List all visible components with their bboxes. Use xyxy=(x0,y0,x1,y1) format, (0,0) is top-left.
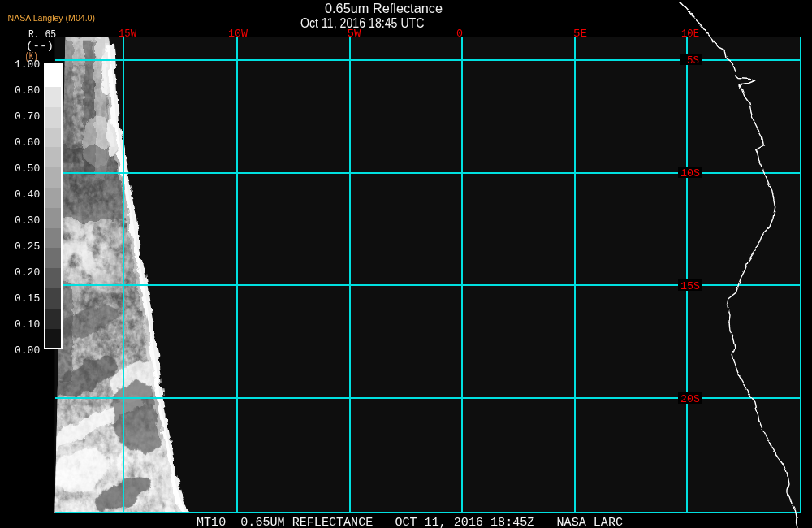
svg-text:0.00: 0.00 xyxy=(15,344,40,357)
svg-text:15S: 15S xyxy=(680,281,700,292)
svg-text:5S: 5S xyxy=(687,55,699,67)
svg-text:10S: 10S xyxy=(680,168,700,180)
svg-text:20S: 20S xyxy=(680,394,700,405)
svg-text:10E: 10E xyxy=(681,28,699,40)
svg-text:0.25: 0.25 xyxy=(15,240,40,253)
svg-text:0.40: 0.40 xyxy=(15,188,40,201)
svg-text:0.50: 0.50 xyxy=(15,162,40,175)
svg-text:5E: 5E xyxy=(573,28,587,40)
svg-text:NASA Langley (M04.0): NASA Langley (M04.0) xyxy=(8,13,96,23)
svg-text:15W: 15W xyxy=(119,28,137,40)
svg-text:0.65um Reflectance: 0.65um Reflectance xyxy=(325,2,443,15)
svg-text:Oct 11, 2016 18:45 UTC: Oct 11, 2016 18:45 UTC xyxy=(300,15,425,30)
svg-text:0.80: 0.80 xyxy=(15,84,40,97)
svg-text:10W: 10W xyxy=(228,28,248,40)
svg-text:1.00: 1.00 xyxy=(15,58,40,71)
svg-text:0.70: 0.70 xyxy=(15,110,40,123)
svg-text:0.60: 0.60 xyxy=(15,136,40,149)
svg-text:0.10: 0.10 xyxy=(15,318,40,331)
svg-text:0.20: 0.20 xyxy=(15,266,40,279)
svg-text:MT10 0.65UM REFLECTANCE OCT: MT10 0.65UM REFLECTANCE OCT 11, 2016 18:… xyxy=(197,516,623,528)
svg-text:0.15: 0.15 xyxy=(15,292,40,305)
svg-text:0: 0 xyxy=(456,28,463,40)
svg-text:0.30: 0.30 xyxy=(15,214,40,227)
